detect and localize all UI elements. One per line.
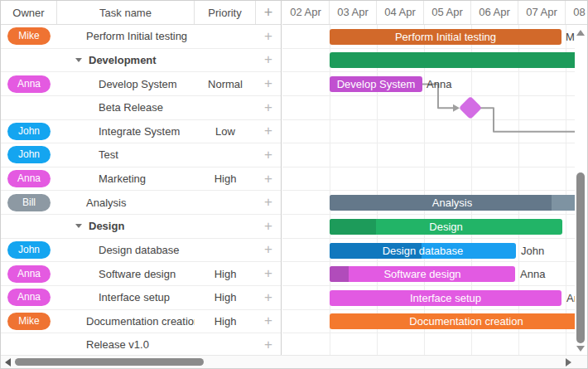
table-row[interactable]: Anna Interface setup High + bbox=[1, 286, 281, 310]
horizontal-scrollbar[interactable] bbox=[1, 355, 587, 368]
priority-cell: Normal bbox=[195, 72, 256, 95]
add-task-button[interactable]: + bbox=[256, 310, 281, 333]
task-name-cell[interactable]: Develop System bbox=[57, 72, 195, 95]
task-name-label: Interface setup bbox=[99, 291, 170, 303]
task-bar-label: Interface setup bbox=[410, 292, 481, 304]
task-bar[interactable]: Interface setup bbox=[330, 290, 561, 306]
add-task-button[interactable]: + bbox=[256, 286, 281, 309]
add-task-button[interactable]: + bbox=[256, 333, 281, 357]
task-name-cell[interactable]: Interface setup bbox=[57, 286, 195, 309]
owner-cell: Bill bbox=[1, 191, 57, 214]
task-owner-label: John bbox=[521, 243, 544, 259]
task-bar[interactable]: Analysis bbox=[330, 195, 575, 211]
task-bar[interactable]: Perform Initial testing bbox=[330, 29, 561, 45]
timeline-header: 02 Apr03 Apr04 Apr05 Apr06 Apr07 Apr08 A… bbox=[282, 1, 588, 25]
collapse-arrow-icon[interactable] bbox=[75, 58, 82, 62]
priority-cell bbox=[195, 191, 256, 214]
task-name-cell[interactable]: Release v1.0 bbox=[57, 333, 195, 357]
task-name-cell[interactable]: Beta Release bbox=[57, 96, 195, 119]
horizontal-scrollbar-thumb[interactable] bbox=[15, 358, 204, 366]
add-task-button[interactable]: + bbox=[256, 25, 281, 48]
timeline-row-line bbox=[282, 214, 588, 215]
task-name-cell[interactable]: Test bbox=[57, 143, 195, 167]
task-bar[interactable]: Design database bbox=[330, 243, 516, 259]
timeline-row-line bbox=[282, 119, 588, 120]
owner-badge: John bbox=[7, 123, 51, 140]
owner-badge: Anna bbox=[7, 75, 51, 93]
task-name-cell[interactable]: Integrate System bbox=[57, 120, 195, 143]
task-bar[interactable]: Develop System bbox=[330, 76, 422, 92]
task-name-cell[interactable]: Software design bbox=[57, 262, 195, 285]
task-bar[interactable]: Software design bbox=[330, 266, 515, 282]
owner-badge: John bbox=[7, 241, 51, 259]
priority-cell: High bbox=[195, 262, 256, 285]
task-bar-label: Design bbox=[429, 221, 462, 233]
add-task-button[interactable]: + bbox=[256, 262, 281, 285]
task-name-label: Release v1.0 bbox=[86, 338, 149, 351]
add-task-button[interactable]: + bbox=[256, 49, 281, 72]
add-task-button[interactable]: + bbox=[256, 120, 281, 143]
task-bar-label: Develop System bbox=[337, 78, 416, 90]
add-task-button[interactable]: + bbox=[256, 191, 281, 214]
collapse-arrow-icon[interactable] bbox=[75, 224, 82, 228]
vertical-scrollbar[interactable] bbox=[575, 25, 587, 357]
task-bar-label: Perform Initial testing bbox=[395, 31, 496, 43]
task-name-label: Development bbox=[89, 54, 157, 66]
table-row[interactable]: Bill Analysis + bbox=[1, 191, 281, 215]
task-bar[interactable]: Documentation creation bbox=[330, 313, 588, 329]
table-row[interactable]: Design + bbox=[1, 215, 281, 239]
add-column-button[interactable]: + bbox=[256, 1, 281, 24]
task-name-label: Integrate System bbox=[99, 125, 180, 138]
table-row[interactable]: Release v1.0 + bbox=[1, 333, 281, 357]
scroll-up-arrow-icon[interactable] bbox=[576, 30, 585, 36]
task-name-cell[interactable]: Design database bbox=[57, 239, 195, 262]
add-task-button[interactable]: + bbox=[256, 143, 281, 167]
add-task-button[interactable]: + bbox=[256, 215, 281, 238]
task-name-cell[interactable]: Analysis bbox=[57, 191, 195, 214]
timeline-row-line bbox=[282, 309, 588, 310]
task-bar[interactable]: Design bbox=[330, 219, 562, 235]
timeline-row-line bbox=[282, 95, 588, 96]
priority-cell bbox=[195, 239, 256, 262]
timeline-date-header: 06 Apr bbox=[471, 1, 518, 24]
task-name-cell[interactable]: Design bbox=[57, 215, 195, 238]
table-row[interactable]: Anna Marketing High + bbox=[1, 168, 281, 192]
scroll-right-arrow-icon[interactable] bbox=[566, 358, 571, 367]
table-row[interactable]: Beta Release + bbox=[1, 96, 281, 120]
add-task-button[interactable]: + bbox=[256, 239, 281, 262]
table-row[interactable]: John Test + bbox=[1, 143, 281, 168]
scroll-down-arrow-icon[interactable] bbox=[576, 346, 585, 352]
task-name-cell[interactable]: Development bbox=[57, 49, 195, 72]
table-row[interactable]: Development + bbox=[1, 49, 281, 73]
task-name-cell[interactable]: Documentation creation bbox=[57, 310, 195, 333]
owner-cell: John bbox=[1, 120, 57, 143]
add-task-button[interactable]: + bbox=[256, 96, 281, 119]
task-progress-fill bbox=[330, 219, 376, 235]
timeline-row-line bbox=[282, 333, 588, 333]
table-row[interactable]: John Design database + bbox=[1, 239, 281, 263]
add-task-button[interactable]: + bbox=[256, 72, 281, 95]
task-grid: Owner Task name Priority + Mike Perform … bbox=[1, 1, 282, 357]
task-name-cell[interactable]: Perform Initial testing bbox=[57, 25, 195, 48]
task-name-cell[interactable]: Marketing bbox=[57, 168, 195, 191]
timeline-date-header: 04 Apr bbox=[377, 1, 424, 24]
timeline-date-header: 02 Apr bbox=[282, 1, 330, 24]
milestone-diamond[interactable] bbox=[459, 96, 482, 119]
table-row[interactable]: Anna Develop System Normal + bbox=[1, 72, 281, 96]
vertical-scrollbar-thumb[interactable] bbox=[576, 172, 585, 343]
table-row[interactable]: Mike Documentation creation High + bbox=[1, 310, 281, 334]
timeline-body: Perform Initial testingMikeDevelop Syste… bbox=[282, 25, 588, 357]
table-row[interactable]: John Integrate System Low + bbox=[1, 120, 281, 144]
timeline-row-line bbox=[282, 190, 588, 191]
owner-badge: Mike bbox=[7, 27, 51, 45]
table-row[interactable]: Mike Perform Initial testing + bbox=[1, 25, 281, 49]
scroll-left-arrow-icon[interactable] bbox=[5, 358, 11, 367]
owner-badge: Anna bbox=[7, 170, 51, 187]
priority-cell bbox=[195, 25, 256, 48]
task-bar-label: Documentation creation bbox=[409, 315, 523, 328]
timeline-date-header: 05 Apr bbox=[424, 1, 471, 24]
table-row[interactable]: Anna Software design High + bbox=[1, 262, 281, 286]
owner-badge: Bill bbox=[7, 194, 51, 211]
task-bar[interactable] bbox=[330, 52, 588, 68]
add-task-button[interactable]: + bbox=[256, 168, 281, 191]
